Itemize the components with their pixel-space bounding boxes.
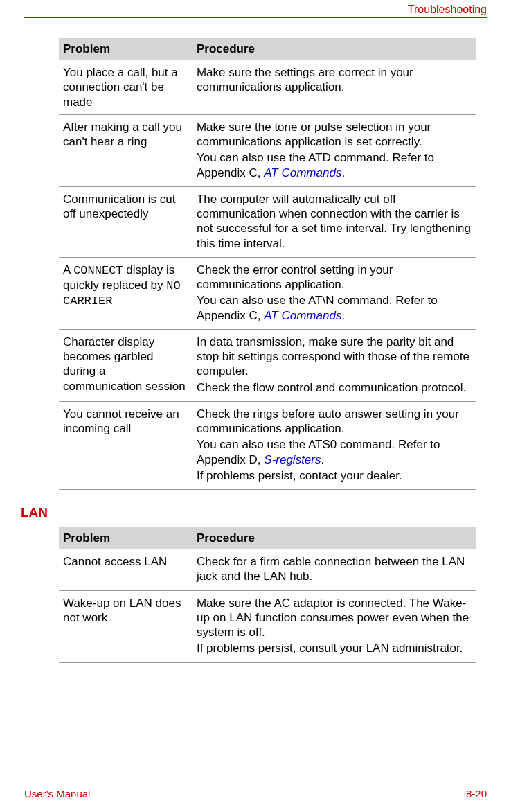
cell-procedure: Make sure the tone or pulse selection in… [192, 114, 476, 186]
table-row: A CONNECT display is quickly replaced by… [59, 257, 476, 329]
table-row: Communication is cut off unexpectedly Th… [59, 186, 476, 257]
cell-problem: A CONNECT display is quickly replaced by… [59, 257, 192, 329]
link-s-registers[interactable]: S-registers [264, 453, 321, 466]
link-at-commands[interactable]: AT Commands [264, 166, 341, 179]
cell-procedure: Check the error control setting in your … [192, 257, 476, 329]
table-row: You cannot receive an incoming call Chec… [59, 401, 476, 489]
procedure-text: In data transmission, make sure the pari… [197, 335, 471, 379]
procedure-text: If problems persist, contact your dealer… [197, 468, 471, 483]
troubleshooting-table-modem: Problem Procedure You place a call, but … [59, 38, 476, 490]
text: . [341, 166, 345, 179]
procedure-text: If problems persist, consult your LAN ad… [197, 641, 471, 655]
cell-problem: You cannot receive an incoming call [59, 401, 192, 489]
content-area: Problem Procedure You place a call, but … [59, 38, 476, 663]
procedure-text: Make sure the tone or pulse selection in… [197, 120, 471, 150]
procedure-text: Check the error control setting in your … [197, 263, 471, 292]
procedure-text: You can also use the ATS0 command. Refer… [197, 437, 471, 467]
text: A [63, 263, 73, 276]
cell-procedure: In data transmission, make sure the pari… [192, 329, 476, 401]
cell-procedure: Check for a firm cable connection betwee… [192, 549, 476, 590]
header-rule [24, 17, 487, 18]
cell-procedure: Make sure the AC adaptor is connected. T… [192, 590, 476, 662]
cell-problem: Communication is cut off unexpectedly [59, 186, 192, 257]
cell-problem: You place a call, but a connection can't… [59, 60, 192, 114]
running-header: Troubleshooting [408, 3, 487, 16]
troubleshooting-table-lan: Problem Procedure Cannot access LAN Chec… [59, 527, 476, 663]
cell-problem: Character display becomes garbled during… [59, 329, 192, 401]
cell-problem: Wake-up on LAN does not work [59, 590, 192, 662]
col-header-procedure: Procedure [192, 38, 476, 60]
table-row: Wake-up on LAN does not work Make sure t… [59, 590, 476, 662]
section-heading-lan: LAN [21, 505, 476, 520]
procedure-text: You can also use the AT\N command. Refer… [197, 293, 471, 323]
text: . [321, 453, 324, 466]
cell-procedure: The computer will automatically cut off … [192, 186, 476, 257]
footer-page-number: 8-20 [466, 788, 487, 800]
table-row: Cannot access LAN Check for a firm cable… [59, 549, 476, 590]
footer-manual-title: User's Manual [24, 788, 90, 800]
procedure-text: You can also use the ATD command. Refer … [197, 150, 471, 180]
procedure-text: Check the rings before auto answer setti… [197, 407, 471, 436]
table-row: Character display becomes garbled during… [59, 329, 476, 401]
procedure-text: The computer will automatically cut off … [197, 192, 471, 251]
cell-problem: Cannot access LAN [59, 549, 192, 590]
cell-problem: After making a call you can't hear a rin… [59, 114, 192, 186]
footer-rule [24, 784, 487, 784]
col-header-problem: Problem [59, 38, 192, 60]
procedure-text: Make sure the settings are correct in yo… [197, 65, 471, 95]
procedure-text: Check for a firm cable connection betwee… [197, 554, 471, 584]
cell-procedure: Check the rings before auto answer setti… [192, 401, 476, 489]
procedure-text: Make sure the AC adaptor is connected. T… [197, 596, 471, 640]
col-header-problem: Problem [59, 527, 192, 549]
code-connect: CONNECT [73, 264, 123, 277]
page: Troubleshooting Problem Procedure You pl… [0, 0, 511, 812]
cell-procedure: Make sure the settings are correct in yo… [192, 60, 476, 114]
table-row: You place a call, but a connection can't… [59, 60, 476, 114]
table-row: After making a call you can't hear a rin… [59, 114, 476, 186]
link-at-commands[interactable]: AT Commands [264, 309, 341, 322]
col-header-procedure: Procedure [192, 527, 476, 549]
text: . [341, 309, 345, 322]
procedure-text: Check the flow control and communication… [197, 380, 471, 395]
